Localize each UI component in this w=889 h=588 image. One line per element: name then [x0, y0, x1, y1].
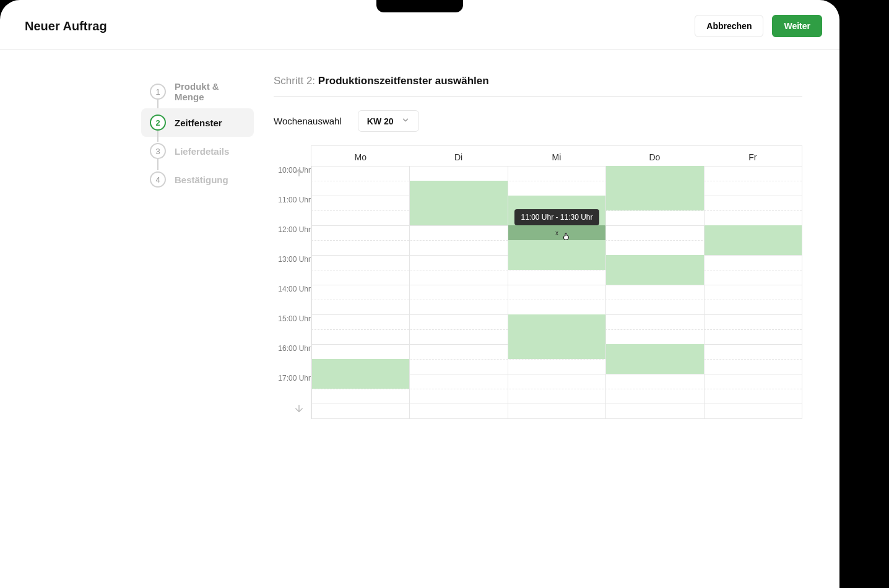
page-title: Neuer Auftrag	[25, 19, 107, 33]
calendar-body[interactable]: x11:00 Uhr - 11:30 Uhr	[311, 166, 802, 418]
step-number: 4	[150, 171, 166, 188]
step-label: Lieferdetails	[175, 146, 229, 157]
device-notch	[376, 0, 463, 12]
step-number: 1	[150, 84, 166, 100]
selected-slot[interactable]: x	[508, 225, 605, 240]
available-slot[interactable]	[606, 255, 703, 285]
main-panel: Schritt 2: Produktionszeitfenster auswäh…	[274, 75, 802, 419]
available-slot[interactable]	[508, 314, 605, 359]
step-number: 3	[150, 143, 166, 159]
day-headers: Mo Di Mi Do Fr	[311, 146, 802, 166]
step-label: Produkt & Menge	[175, 81, 245, 102]
close-icon[interactable]: x	[555, 230, 558, 236]
week-row: Wochenauswahl KW 20	[274, 110, 802, 132]
slot-tooltip: 11:00 Uhr - 11:30 Uhr	[514, 209, 599, 225]
main-title: Schritt 2: Produktionszeitfenster auswäh…	[274, 75, 802, 97]
week-select[interactable]: KW 20	[358, 110, 419, 132]
cancel-button[interactable]: Abbrechen	[695, 15, 763, 37]
day-column-di[interactable]	[409, 166, 507, 418]
available-slot[interactable]	[606, 344, 703, 374]
day-header: Mi	[508, 146, 605, 166]
day-header: Mo	[311, 146, 409, 166]
calendar-grid: Mo Di Mi Do Fr x11:00 Uhr - 11:30 Uhr	[311, 145, 802, 419]
pointer-cursor-icon	[562, 231, 571, 243]
device-frame: Neuer Auftrag Abbrechen Weiter 1 Produkt…	[0, 0, 839, 588]
day-column-do[interactable]	[605, 166, 703, 418]
content: 1 Produkt & Menge 2 Zeitfenster 3 Liefer…	[0, 50, 839, 444]
available-slot[interactable]	[705, 225, 802, 255]
stepper: 1 Produkt & Menge 2 Zeitfenster 3 Liefer…	[0, 75, 254, 419]
available-slot[interactable]	[606, 166, 703, 210]
week-select-value: KW 20	[367, 116, 394, 126]
available-slot[interactable]	[312, 359, 409, 389]
day-header: Do	[605, 146, 703, 166]
step-label: Zeitfenster	[175, 118, 222, 128]
step-title: Produktionszeitfenster auswählen	[318, 75, 489, 87]
day-column-mo[interactable]	[311, 166, 409, 418]
top-bar-actions: Abbrechen Weiter	[695, 15, 822, 37]
week-label: Wochenauswahl	[274, 116, 342, 126]
day-header: Di	[409, 146, 507, 166]
available-slot[interactable]	[410, 181, 507, 225]
step-label: Bestätigung	[175, 175, 228, 185]
step-number: 2	[150, 115, 166, 131]
step-prefix: Schritt 2:	[274, 75, 315, 87]
continue-button[interactable]: Weiter	[772, 15, 822, 37]
day-column-mi[interactable]: x11:00 Uhr - 11:30 Uhr	[508, 166, 605, 418]
scroll-up-button[interactable]	[291, 165, 307, 183]
day-column-fr[interactable]	[704, 166, 802, 418]
step-timeframe[interactable]: 2 Zeitfenster	[141, 108, 254, 137]
chevron-down-icon	[401, 116, 410, 126]
calendar: 10:00 Uhr11:00 Uhr12:00 Uhr13:00 Uhr14:0…	[274, 145, 802, 419]
scroll-down-button[interactable]	[291, 400, 307, 418]
day-header: Fr	[704, 146, 802, 166]
step-product[interactable]: 1 Produkt & Menge	[141, 75, 254, 108]
